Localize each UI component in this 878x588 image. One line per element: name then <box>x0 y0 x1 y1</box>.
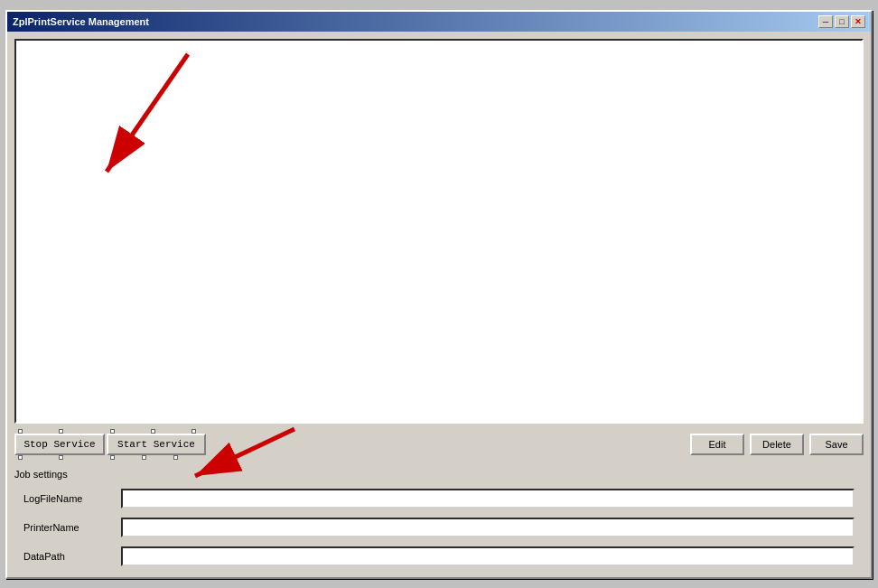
restore-button[interactable]: □ <box>835 15 849 28</box>
printer-name-label: PrinterName <box>23 522 114 533</box>
start-service-button[interactable]: Start Service <box>107 434 206 455</box>
svg-line-1 <box>107 54 188 172</box>
stop-service-button[interactable]: Stop Service <box>14 434 105 455</box>
handle <box>18 455 23 460</box>
log-filename-label: LogFileName <box>23 493 114 504</box>
log-area <box>14 39 864 424</box>
main-window: ZplPrintService Management ─ □ ✕ <box>5 10 873 579</box>
window-content: Stop Service Start Service <box>7 32 871 577</box>
handle <box>59 455 63 460</box>
bottom-handles <box>14 455 105 460</box>
data-path-label: DataPath <box>23 551 114 562</box>
title-bar: ZplPrintService Management ─ □ ✕ <box>7 12 871 32</box>
printer-name-row: PrinterName <box>14 518 864 537</box>
data-path-row: DataPath <box>14 546 864 566</box>
bottom-handles-start <box>107 455 206 460</box>
delete-button[interactable]: Delete <box>750 434 804 455</box>
action-buttons: Edit Delete Save <box>690 434 864 455</box>
start-service-group: Start Service <box>107 429 206 460</box>
close-button[interactable]: ✕ <box>851 15 865 28</box>
save-button[interactable]: Save <box>809 434 864 455</box>
job-settings-section: Job settings LogFileName PrinterName Dat… <box>14 465 864 570</box>
data-path-input[interactable] <box>121 546 855 566</box>
log-filename-row: LogFileName <box>14 489 864 509</box>
log-filename-input[interactable] <box>121 489 855 509</box>
printer-name-input[interactable] <box>121 518 855 537</box>
arrow1-svg <box>43 45 206 190</box>
minimize-button[interactable]: ─ <box>818 15 833 28</box>
handle <box>173 455 178 460</box>
stop-service-group: Stop Service <box>14 429 105 460</box>
edit-button[interactable]: Edit <box>690 434 744 455</box>
window-title: ZplPrintService Management <box>13 16 149 27</box>
handle <box>110 455 115 460</box>
handle <box>142 455 146 460</box>
window-controls: ─ □ ✕ <box>818 15 865 28</box>
service-buttons-row: Stop Service Start Service <box>14 429 864 460</box>
job-settings-label: Job settings <box>14 469 864 480</box>
